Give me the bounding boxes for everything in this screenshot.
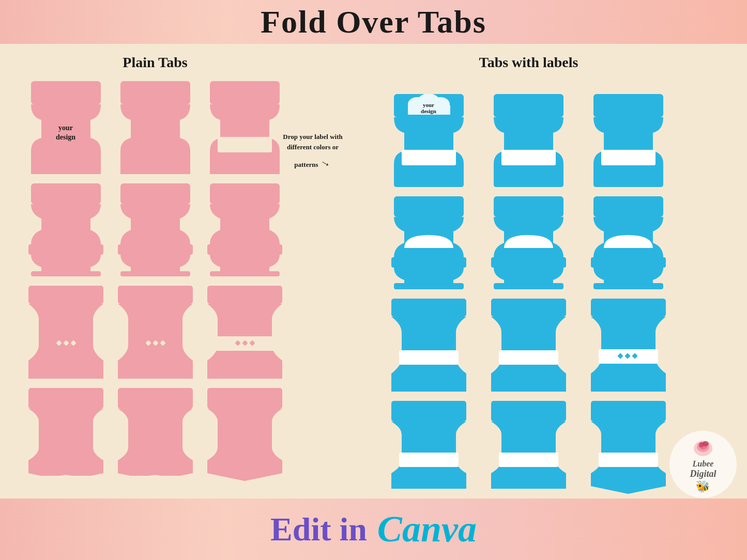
svg-rect-74: [591, 299, 666, 317]
svg-rect-17: [210, 271, 280, 276]
svg-rect-67: [593, 283, 663, 289]
svg-rect-38: [118, 460, 193, 476]
svg-rect-61: [394, 283, 464, 289]
svg-rect-72: [491, 374, 566, 392]
canva-label: Canva: [377, 508, 477, 551]
svg-rect-40: [207, 388, 282, 409]
plain-tab-1: your design: [23, 79, 109, 177]
svg-text:your: your: [58, 124, 73, 132]
svg-rect-4: [120, 81, 190, 104]
svg-rect-66: [591, 257, 666, 268]
labeled-tab-8: [481, 296, 576, 394]
labeled-tab-3: [581, 91, 676, 190]
svg-rect-28: [207, 286, 282, 304]
svg-rect-75: [591, 374, 666, 392]
svg-rect-84: [491, 473, 566, 489]
svg-rect-56: [593, 94, 663, 117]
content-area: Plain Tabs your design: [0, 44, 747, 499]
plain-tab-7: [23, 283, 109, 381]
svg-rect-7: [210, 151, 280, 174]
svg-rect-81: [391, 473, 466, 489]
svg-rect-53: [494, 94, 563, 117]
svg-rect-16: [207, 244, 282, 255]
plain-tab-10: [23, 385, 109, 484]
svg-rect-9: [31, 183, 101, 204]
svg-rect-14: [120, 271, 190, 276]
plain-tab-12: [202, 385, 287, 484]
plain-tab-5: [113, 181, 198, 279]
svg-text:your: your: [423, 102, 434, 108]
brand-watermark: Lubee Digital 🐝: [669, 431, 737, 498]
plain-tab-11: [113, 385, 198, 484]
svg-rect-46: [402, 150, 456, 165]
svg-rect-62: [494, 196, 563, 217]
bottom-banner: Edit in Canva: [0, 499, 747, 560]
plain-tab-9: [202, 283, 287, 381]
plain-tab-3: [202, 79, 287, 177]
svg-rect-58: [601, 150, 655, 165]
plain-tab-6: [202, 181, 287, 279]
plain-tab-8: [113, 283, 198, 381]
svg-rect-11: [31, 271, 101, 276]
svg-rect-70: [399, 350, 459, 365]
svg-rect-85: [499, 453, 558, 467]
svg-rect-65: [593, 196, 663, 217]
svg-rect-57: [593, 164, 663, 187]
svg-point-92: [703, 441, 709, 446]
svg-rect-6: [210, 81, 280, 104]
svg-rect-0: [31, 81, 101, 104]
top-banner: Fold Over Tabs: [0, 0, 747, 44]
plain-tab-4: [23, 181, 109, 279]
svg-rect-68: [391, 299, 466, 317]
labeled-tab-11: [481, 398, 576, 496]
svg-rect-5: [120, 151, 190, 174]
svg-rect-69: [391, 374, 466, 392]
plain-tabs-title: Plain Tabs: [16, 54, 295, 71]
svg-rect-83: [491, 401, 566, 422]
svg-rect-19: [28, 361, 103, 379]
svg-text:design: design: [55, 133, 75, 141]
svg-rect-59: [394, 196, 464, 217]
svg-rect-37: [118, 388, 193, 409]
labeled-tab-2: [481, 91, 576, 190]
brand-name-bottom: Digital: [690, 469, 716, 480]
labeled-tab-4: [381, 194, 477, 292]
svg-rect-18: [28, 286, 103, 304]
plain-tabs-section: Plain Tabs your design: [0, 44, 310, 499]
labeled-tabs-grid: your design: [326, 91, 731, 496]
brand-name-top: Lubee: [693, 459, 714, 469]
labeled-tab-12: [581, 398, 676, 496]
svg-rect-64: [494, 283, 563, 289]
page-wrapper: Fold Over Tabs Plain Tabs your: [0, 0, 747, 560]
svg-rect-80: [391, 401, 466, 422]
svg-rect-15: [210, 183, 280, 204]
svg-rect-29: [207, 361, 282, 379]
svg-marker-41: [207, 460, 282, 481]
svg-rect-34: [28, 388, 103, 409]
labeled-tab-7: [381, 296, 477, 394]
labeled-tab-6: [581, 194, 676, 292]
svg-rect-8: [218, 137, 272, 152]
svg-rect-60: [391, 257, 466, 268]
svg-rect-82: [399, 453, 459, 467]
svg-rect-87: [599, 453, 658, 467]
bee-icon: 🐝: [696, 480, 710, 493]
labeled-tab-9: [581, 296, 676, 394]
svg-rect-10: [28, 244, 103, 255]
svg-rect-24: [118, 361, 193, 379]
labeled-tab-5: [481, 194, 576, 292]
labeled-tabs-title: Tabs with labels: [326, 54, 731, 71]
svg-rect-1: [31, 151, 101, 174]
main-title: Fold Over Tabs: [261, 4, 486, 40]
svg-rect-86: [591, 401, 666, 422]
plain-tabs-grid: your design: [16, 79, 295, 484]
svg-rect-13: [118, 244, 193, 255]
svg-text:design: design: [421, 108, 436, 114]
svg-rect-35: [28, 460, 103, 476]
labeled-tab-1: your design: [381, 91, 477, 190]
svg-rect-54: [494, 164, 563, 187]
edit-in-label: Edit in: [270, 510, 367, 549]
rose-icon: [690, 435, 716, 459]
svg-rect-12: [120, 183, 190, 204]
labeled-tabs-section: Tabs with labels: [310, 44, 747, 499]
